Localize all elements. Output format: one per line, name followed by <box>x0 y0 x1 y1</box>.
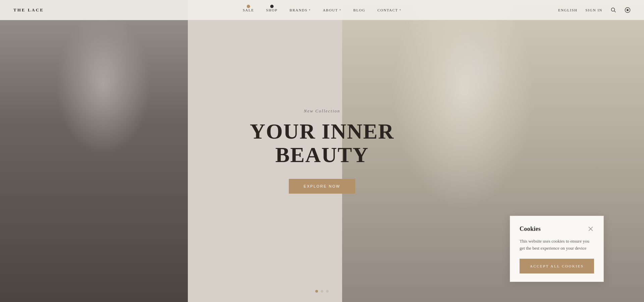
explore-button[interactable]: EXPLORE NOW <box>289 179 355 194</box>
nav-blog[interactable]: Blog <box>353 8 365 12</box>
nav-brands-label: Brands <box>289 8 308 12</box>
svg-point-3 <box>627 9 629 11</box>
search-icon[interactable] <box>610 7 616 13</box>
sale-dot-indicator <box>247 5 250 8</box>
hero-subtitle: New Collection <box>250 108 394 114</box>
nav-sale-label: Sale <box>243 8 254 12</box>
chevron-down-icon: ▾ <box>339 8 341 11</box>
nav-sale[interactable]: Sale <box>243 8 254 12</box>
svg-point-0 <box>611 8 615 11</box>
slide-dot-3[interactable] <box>326 290 329 293</box>
chevron-down-icon: ▾ <box>309 8 311 11</box>
cookie-close-button[interactable] <box>587 225 594 232</box>
cookie-description: This website uses cookies to ensure you … <box>520 238 594 252</box>
site-logo[interactable]: THE LACE <box>13 7 44 13</box>
site-header: THE LACE Sale Shop Brands ▾ About ▾ Blog… <box>0 0 644 20</box>
slide-indicators <box>315 290 329 293</box>
accept-cookies-button[interactable]: ACCEPT ALL COOKIES <box>520 259 594 273</box>
cookie-header: Cookies <box>520 225 594 233</box>
nav-about[interactable]: About ▾ <box>323 8 341 12</box>
nav-contact-label: Contact <box>377 8 398 12</box>
cookie-title: Cookies <box>520 225 541 233</box>
nav-shop[interactable]: Shop <box>266 8 277 12</box>
chevron-down-icon: ▾ <box>399 8 401 11</box>
slide-dot-2[interactable] <box>321 290 323 293</box>
hero-title: YOUR INNER BEAUTY <box>250 120 394 167</box>
nav-blog-label: Blog <box>353 8 365 12</box>
figure-overlay-left <box>0 0 188 302</box>
hero-content: New Collection YOUR INNER BEAUTY EXPLORE… <box>250 108 394 194</box>
nav-contact[interactable]: Contact ▾ <box>377 8 401 12</box>
nav-about-label: About <box>323 8 338 12</box>
hero-figure-left <box>0 0 188 302</box>
slide-dot-1[interactable] <box>315 290 318 293</box>
svg-line-1 <box>614 11 616 12</box>
cookie-banner: Cookies This website uses cookies to ens… <box>510 216 604 282</box>
hero-image-left <box>0 0 188 302</box>
shop-dot-indicator <box>270 5 273 8</box>
sign-in-link[interactable]: Sign in <box>585 8 602 12</box>
nav-shop-label: Shop <box>266 8 277 12</box>
header-right-controls: English Sign in <box>558 7 631 13</box>
language-selector[interactable]: English <box>558 8 578 12</box>
cart-icon[interactable] <box>625 7 631 13</box>
main-nav: Sale Shop Brands ▾ About ▾ Blog Contact … <box>243 8 401 12</box>
nav-brands[interactable]: Brands ▾ <box>289 8 311 12</box>
